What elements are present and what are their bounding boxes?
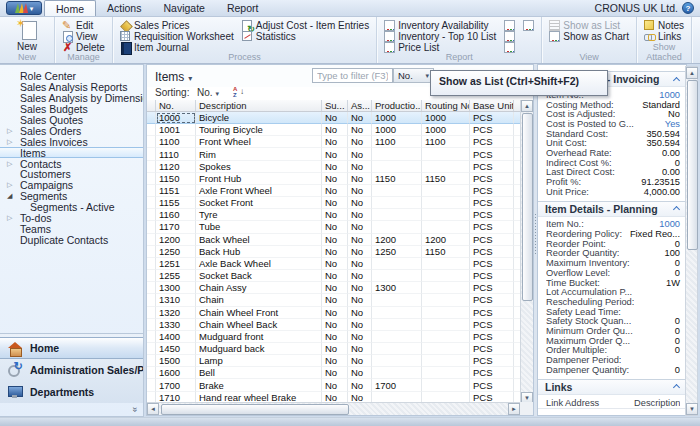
table-horizontal-scrollbar[interactable]: ◄ ►: [147, 402, 520, 415]
table-row[interactable]: 1450Mudguard backNoNoPCS: [147, 343, 520, 355]
table-cell[interactable]: [422, 161, 470, 173]
requisition-worksheet-button[interactable]: Requisition Worksheet: [118, 31, 236, 42]
table-cell[interactable]: No: [322, 367, 348, 379]
field-value[interactable]: Yes: [665, 119, 680, 129]
table-cell[interactable]: 1120: [156, 161, 196, 173]
table-cell[interactable]: No: [348, 270, 372, 282]
table-cell[interactable]: No: [322, 294, 348, 306]
table-cell[interactable]: [372, 319, 422, 331]
table-cell[interactable]: No: [322, 112, 348, 124]
table-cell[interactable]: No: [322, 343, 348, 355]
table-cell[interactable]: PCS: [470, 173, 514, 185]
notes-button[interactable]: Notes: [642, 20, 686, 31]
tab-navigate[interactable]: Navigate: [152, 0, 215, 16]
scroll-up-arrow-icon[interactable]: ▲: [521, 100, 533, 112]
table-row[interactable]: 1200Back WheelNoNo12001200PCS: [147, 234, 520, 246]
table-cell[interactable]: No: [322, 246, 348, 258]
table-cell[interactable]: Spokes: [196, 161, 322, 173]
table-cell[interactable]: No: [322, 331, 348, 343]
table-cell[interactable]: No: [348, 221, 372, 233]
table-cell[interactable]: [372, 258, 422, 270]
sidebar-item-sales-budgets[interactable]: Sales Budgets: [0, 104, 143, 115]
table-cell[interactable]: [372, 270, 422, 282]
table-cell[interactable]: 1300: [372, 282, 422, 294]
panel-header-links[interactable]: Links: [538, 379, 686, 395]
table-cell[interactable]: No: [348, 246, 372, 258]
table-cell[interactable]: 1700: [372, 379, 422, 391]
page-title[interactable]: Items▾: [155, 70, 192, 84]
column-header-no[interactable]: No.: [156, 100, 196, 111]
table-cell[interactable]: 1310: [156, 294, 196, 306]
table-cell[interactable]: Mudguard back: [196, 343, 322, 355]
sidebar-item-contacts[interactable]: ▷Contacts: [0, 158, 143, 169]
table-cell[interactable]: PCS: [470, 234, 514, 246]
tab-actions[interactable]: Actions: [96, 0, 152, 16]
table-cell[interactable]: PCS: [470, 161, 514, 173]
adjust-cost-item-entries-button[interactable]: Adjust Cost - Item Entries: [240, 20, 371, 31]
table-cell[interactable]: [422, 319, 470, 331]
table-row[interactable]: 1120SpokesNoNoPCS: [147, 161, 520, 173]
table-cell[interactable]: [422, 343, 470, 355]
column-header-su[interactable]: Su...: [322, 100, 348, 111]
table-cell[interactable]: 1000: [422, 124, 470, 136]
sidebar-item-customers[interactable]: Customers: [0, 169, 143, 180]
table-cell[interactable]: No: [322, 221, 348, 233]
table-cell[interactable]: 1600: [156, 367, 196, 379]
table-cell[interactable]: Chain Wheel Back: [196, 319, 322, 331]
nav-button-administration-sales-pur[interactable]: Administration Sales/Pur...: [0, 359, 143, 381]
table-cell[interactable]: 1151: [156, 185, 196, 197]
table-cell[interactable]: 1160: [156, 209, 196, 221]
table-cell[interactable]: 1100: [372, 136, 422, 148]
table-cell[interactable]: 1300: [156, 282, 196, 294]
table-cell[interactable]: 1155: [156, 197, 196, 209]
table-cell[interactable]: [422, 282, 470, 294]
table-cell[interactable]: PCS: [470, 270, 514, 282]
table-cell[interactable]: PCS: [470, 379, 514, 391]
table-cell[interactable]: No: [322, 282, 348, 294]
expand-arrow-icon[interactable]: ▷: [7, 127, 12, 135]
table-cell[interactable]: [372, 221, 422, 233]
table-cell[interactable]: No: [322, 197, 348, 209]
table-cell[interactable]: No: [348, 307, 372, 319]
table-cell[interactable]: 1001: [156, 124, 196, 136]
table-row[interactable]: 1170TubeNoNoPCS: [147, 221, 520, 233]
table-cell[interactable]: No: [348, 331, 372, 343]
table-cell[interactable]: No: [348, 136, 372, 148]
sidebar-item-sales-quotes[interactable]: Sales Quotes: [0, 115, 143, 126]
column-header-routing-no[interactable]: Routing No.: [422, 100, 470, 111]
table-cell[interactable]: No: [322, 234, 348, 246]
table-cell[interactable]: PCS: [470, 148, 514, 160]
table-cell[interactable]: 1170: [156, 221, 196, 233]
table-cell[interactable]: No: [322, 379, 348, 391]
table-cell[interactable]: 1330: [156, 319, 196, 331]
links-column-description[interactable]: Description: [634, 398, 680, 408]
tab-report[interactable]: Report: [216, 0, 270, 16]
table-cell[interactable]: [422, 307, 470, 319]
table-row[interactable]: 1110RimNoNoPCS: [147, 148, 520, 160]
table-cell[interactable]: 1000: [372, 112, 422, 124]
scroll-up-arrow-icon[interactable]: ▲: [686, 67, 698, 79]
table-cell[interactable]: 1000: [372, 124, 422, 136]
table-row[interactable]: 1310ChainNoNoPCS: [147, 294, 520, 306]
table-cell[interactable]: [422, 294, 470, 306]
icon-only-button[interactable]: [502, 31, 517, 42]
table-cell[interactable]: No: [348, 173, 372, 185]
expand-arrow-icon[interactable]: ▷: [7, 160, 12, 168]
table-cell[interactable]: No: [322, 209, 348, 221]
table-cell[interactable]: [372, 294, 422, 306]
table-cell[interactable]: Touring Bicycle: [196, 124, 322, 136]
table-cell[interactable]: [372, 307, 422, 319]
filter-input[interactable]: [312, 68, 393, 83]
table-cell[interactable]: No: [348, 197, 372, 209]
table-cell[interactable]: [422, 270, 470, 282]
table-cell[interactable]: No: [322, 173, 348, 185]
table-row[interactable]: 1001Touring BicycleNoNo10001000PCS: [147, 124, 520, 136]
table-row[interactable]: 1000BicycleNoNo10001000PCS: [147, 112, 520, 124]
table-cell[interactable]: PCS: [470, 307, 514, 319]
table-cell[interactable]: 1450: [156, 343, 196, 355]
table-row[interactable]: 1600BellNoNoPCS: [147, 367, 520, 379]
inventory-availability-button[interactable]: Inventory Availability: [382, 20, 498, 31]
column-header-description[interactable]: Description: [196, 100, 322, 111]
table-cell[interactable]: No: [348, 379, 372, 391]
edit-button[interactable]: Edit: [60, 20, 107, 31]
